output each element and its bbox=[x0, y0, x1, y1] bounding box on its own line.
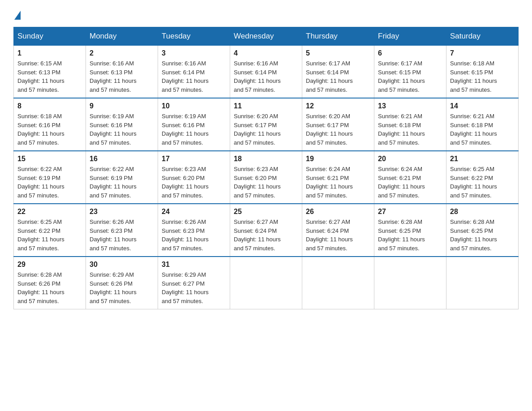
day-number: 8 bbox=[17, 102, 82, 110]
day-info: Sunrise: 6:28 AM Sunset: 6:25 PM Dayligh… bbox=[450, 218, 515, 253]
day-number: 10 bbox=[162, 102, 226, 110]
calendar-cell: 25 Sunrise: 6:27 AM Sunset: 6:24 PM Dayl… bbox=[230, 204, 302, 257]
day-number: 23 bbox=[90, 208, 154, 216]
calendar-cell: 20 Sunrise: 6:24 AM Sunset: 6:21 PM Dayl… bbox=[374, 151, 446, 204]
header-tuesday: Tuesday bbox=[158, 27, 230, 46]
day-number: 4 bbox=[234, 49, 298, 57]
day-number: 5 bbox=[306, 49, 370, 57]
calendar-cell: 16 Sunrise: 6:22 AM Sunset: 6:19 PM Dayl… bbox=[86, 151, 158, 204]
day-info: Sunrise: 6:17 AM Sunset: 6:14 PM Dayligh… bbox=[306, 59, 370, 94]
day-info: Sunrise: 6:18 AM Sunset: 6:15 PM Dayligh… bbox=[450, 59, 515, 94]
day-info: Sunrise: 6:24 AM Sunset: 6:21 PM Dayligh… bbox=[306, 165, 370, 200]
day-number: 29 bbox=[17, 261, 82, 269]
calendar-cell bbox=[374, 257, 446, 309]
day-number: 28 bbox=[450, 208, 515, 216]
logo-triangle-icon bbox=[14, 11, 21, 20]
calendar-cell: 31 Sunrise: 6:29 AM Sunset: 6:27 PM Dayl… bbox=[158, 257, 230, 309]
day-number: 22 bbox=[17, 208, 82, 216]
day-info: Sunrise: 6:21 AM Sunset: 6:18 PM Dayligh… bbox=[450, 112, 515, 147]
calendar-cell: 17 Sunrise: 6:23 AM Sunset: 6:20 PM Dayl… bbox=[158, 151, 230, 204]
calendar-cell: 2 Sunrise: 6:16 AM Sunset: 6:13 PM Dayli… bbox=[86, 46, 158, 98]
day-info: Sunrise: 6:22 AM Sunset: 6:19 PM Dayligh… bbox=[90, 165, 154, 200]
day-number: 30 bbox=[90, 261, 154, 269]
day-info: Sunrise: 6:18 AM Sunset: 6:16 PM Dayligh… bbox=[17, 112, 82, 147]
logo bbox=[13, 9, 21, 18]
calendar-cell: 24 Sunrise: 6:26 AM Sunset: 6:23 PM Dayl… bbox=[158, 204, 230, 257]
calendar-cell: 3 Sunrise: 6:16 AM Sunset: 6:14 PM Dayli… bbox=[158, 46, 230, 98]
day-info: Sunrise: 6:28 AM Sunset: 6:26 PM Dayligh… bbox=[17, 270, 82, 305]
calendar-cell: 13 Sunrise: 6:21 AM Sunset: 6:18 PM Dayl… bbox=[374, 98, 446, 151]
calendar-cell bbox=[302, 257, 374, 309]
day-info: Sunrise: 6:21 AM Sunset: 6:18 PM Dayligh… bbox=[378, 112, 442, 147]
calendar-week-row: 29 Sunrise: 6:28 AM Sunset: 6:26 PM Dayl… bbox=[14, 257, 519, 309]
day-info: Sunrise: 6:29 AM Sunset: 6:26 PM Dayligh… bbox=[90, 270, 154, 305]
day-number: 13 bbox=[378, 102, 442, 110]
calendar-cell: 26 Sunrise: 6:27 AM Sunset: 6:24 PM Dayl… bbox=[302, 204, 374, 257]
day-number: 16 bbox=[90, 155, 154, 163]
day-number: 7 bbox=[450, 49, 515, 57]
header-saturday: Saturday bbox=[446, 27, 519, 46]
day-number: 19 bbox=[306, 155, 370, 163]
calendar-cell: 12 Sunrise: 6:20 AM Sunset: 6:17 PM Dayl… bbox=[302, 98, 374, 151]
calendar-cell: 7 Sunrise: 6:18 AM Sunset: 6:15 PM Dayli… bbox=[446, 46, 519, 98]
calendar-cell bbox=[230, 257, 302, 309]
calendar-cell: 9 Sunrise: 6:19 AM Sunset: 6:16 PM Dayli… bbox=[86, 98, 158, 151]
day-number: 14 bbox=[450, 102, 515, 110]
calendar-cell: 29 Sunrise: 6:28 AM Sunset: 6:26 PM Dayl… bbox=[14, 257, 86, 309]
calendar-cell: 11 Sunrise: 6:20 AM Sunset: 6:17 PM Dayl… bbox=[230, 98, 302, 151]
calendar-cell: 14 Sunrise: 6:21 AM Sunset: 6:18 PM Dayl… bbox=[446, 98, 519, 151]
calendar-cell: 6 Sunrise: 6:17 AM Sunset: 6:15 PM Dayli… bbox=[374, 46, 446, 98]
header-sunday: Sunday bbox=[14, 27, 86, 46]
header-wednesday: Wednesday bbox=[230, 27, 302, 46]
calendar-cell: 1 Sunrise: 6:15 AM Sunset: 6:13 PM Dayli… bbox=[14, 46, 86, 98]
calendar-cell: 5 Sunrise: 6:17 AM Sunset: 6:14 PM Dayli… bbox=[302, 46, 374, 98]
day-number: 25 bbox=[234, 208, 298, 216]
day-number: 12 bbox=[306, 102, 370, 110]
calendar-cell: 22 Sunrise: 6:25 AM Sunset: 6:22 PM Dayl… bbox=[14, 204, 86, 257]
header-monday: Monday bbox=[86, 27, 158, 46]
day-info: Sunrise: 6:26 AM Sunset: 6:23 PM Dayligh… bbox=[162, 218, 226, 253]
day-info: Sunrise: 6:23 AM Sunset: 6:20 PM Dayligh… bbox=[234, 165, 298, 200]
calendar-cell: 4 Sunrise: 6:16 AM Sunset: 6:14 PM Dayli… bbox=[230, 46, 302, 98]
day-info: Sunrise: 6:19 AM Sunset: 6:16 PM Dayligh… bbox=[90, 112, 154, 147]
day-number: 15 bbox=[17, 155, 82, 163]
day-info: Sunrise: 6:28 AM Sunset: 6:25 PM Dayligh… bbox=[378, 218, 442, 253]
day-info: Sunrise: 6:20 AM Sunset: 6:17 PM Dayligh… bbox=[306, 112, 370, 147]
day-info: Sunrise: 6:16 AM Sunset: 6:14 PM Dayligh… bbox=[162, 59, 226, 94]
day-number: 26 bbox=[306, 208, 370, 216]
calendar-cell: 23 Sunrise: 6:26 AM Sunset: 6:23 PM Dayl… bbox=[86, 204, 158, 257]
day-info: Sunrise: 6:15 AM Sunset: 6:13 PM Dayligh… bbox=[17, 59, 82, 94]
day-info: Sunrise: 6:22 AM Sunset: 6:19 PM Dayligh… bbox=[17, 165, 82, 200]
calendar-cell: 28 Sunrise: 6:28 AM Sunset: 6:25 PM Dayl… bbox=[446, 204, 519, 257]
day-info: Sunrise: 6:17 AM Sunset: 6:15 PM Dayligh… bbox=[378, 59, 442, 94]
calendar-week-row: 22 Sunrise: 6:25 AM Sunset: 6:22 PM Dayl… bbox=[14, 204, 519, 257]
header-friday: Friday bbox=[374, 27, 446, 46]
calendar-cell: 15 Sunrise: 6:22 AM Sunset: 6:19 PM Dayl… bbox=[14, 151, 86, 204]
day-number: 27 bbox=[378, 208, 442, 216]
calendar-cell: 8 Sunrise: 6:18 AM Sunset: 6:16 PM Dayli… bbox=[14, 98, 86, 151]
header-thursday: Thursday bbox=[302, 27, 374, 46]
day-number: 17 bbox=[162, 155, 226, 163]
page-header bbox=[13, 9, 519, 18]
day-number: 6 bbox=[378, 49, 442, 57]
day-info: Sunrise: 6:23 AM Sunset: 6:20 PM Dayligh… bbox=[162, 165, 226, 200]
day-info: Sunrise: 6:25 AM Sunset: 6:22 PM Dayligh… bbox=[17, 218, 82, 253]
day-number: 11 bbox=[234, 102, 298, 110]
calendar-week-row: 1 Sunrise: 6:15 AM Sunset: 6:13 PM Dayli… bbox=[14, 46, 519, 98]
day-info: Sunrise: 6:16 AM Sunset: 6:14 PM Dayligh… bbox=[234, 59, 298, 94]
day-number: 24 bbox=[162, 208, 226, 216]
calendar-cell: 21 Sunrise: 6:25 AM Sunset: 6:22 PM Dayl… bbox=[446, 151, 519, 204]
calendar-week-row: 15 Sunrise: 6:22 AM Sunset: 6:19 PM Dayl… bbox=[14, 151, 519, 204]
calendar-cell: 10 Sunrise: 6:19 AM Sunset: 6:16 PM Dayl… bbox=[158, 98, 230, 151]
day-number: 20 bbox=[378, 155, 442, 163]
day-number: 31 bbox=[162, 261, 226, 269]
day-number: 9 bbox=[90, 102, 154, 110]
calendar-cell: 19 Sunrise: 6:24 AM Sunset: 6:21 PM Dayl… bbox=[302, 151, 374, 204]
day-number: 21 bbox=[450, 155, 515, 163]
calendar-cell bbox=[446, 257, 519, 309]
day-info: Sunrise: 6:19 AM Sunset: 6:16 PM Dayligh… bbox=[162, 112, 226, 147]
day-number: 18 bbox=[234, 155, 298, 163]
day-info: Sunrise: 6:27 AM Sunset: 6:24 PM Dayligh… bbox=[234, 218, 298, 253]
day-info: Sunrise: 6:24 AM Sunset: 6:21 PM Dayligh… bbox=[378, 165, 442, 200]
day-number: 1 bbox=[17, 49, 82, 57]
